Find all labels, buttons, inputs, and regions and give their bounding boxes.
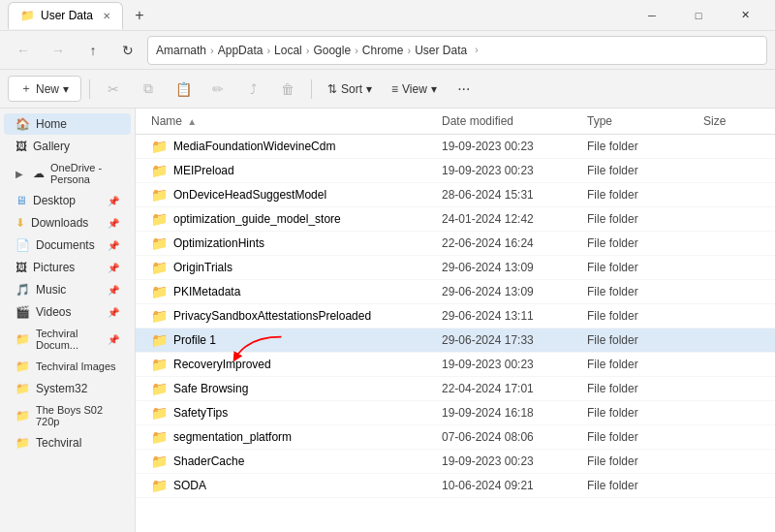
new-tab-button[interactable]: + xyxy=(127,3,152,28)
view-button[interactable]: ≡ View ▾ xyxy=(384,78,445,100)
table-row[interactable]: 📁 optimization_guide_model_store 24-01-2… xyxy=(136,207,775,232)
tab-folder-icon: 📁 xyxy=(20,9,35,22)
music-pin-icon: 📌 xyxy=(108,285,119,296)
breadcrumb-google[interactable]: Google xyxy=(313,44,351,57)
maximize-button[interactable]: □ xyxy=(676,0,721,31)
file-name: SafetyTips xyxy=(173,406,228,420)
table-row[interactable]: 📁 SafetyTips 19-09-2024 16:18 File folde… xyxy=(136,401,775,425)
header-size[interactable]: Size xyxy=(696,112,773,130)
documents-icon: 📄 xyxy=(16,238,30,252)
file-list-header: Name ▲ Date modified Type Size xyxy=(136,109,775,135)
sidebar-item-gallery[interactable]: 🖼 Gallery xyxy=(4,136,131,157)
sidebar-the-boys-label: The Boys S02 720p xyxy=(36,404,119,427)
sidebar-techviral-images-label: Techviral Images xyxy=(36,360,116,372)
new-button[interactable]: ＋ New ▾ xyxy=(8,76,81,102)
file-name: MediaFoundationWidevineCdm xyxy=(173,140,335,153)
sidebar-item-downloads[interactable]: ⬇ Downloads 📌 xyxy=(4,212,131,234)
cut-button[interactable]: ✂ xyxy=(98,74,129,105)
table-row[interactable]: 📁 PKIMetadata 29-06-2024 13:09 File fold… xyxy=(136,280,775,304)
folder-icon: 📁 xyxy=(151,478,168,493)
refresh-button[interactable]: ↻ xyxy=(112,35,143,66)
file-type: File folder xyxy=(579,283,696,300)
sidebar-item-techviral-docum[interactable]: 📁 Techviral Docum... 📌 xyxy=(4,324,131,355)
file-size xyxy=(696,411,773,415)
table-row[interactable]: 📁 segmentation_platform 07-06-2024 08:06… xyxy=(136,425,775,450)
file-size xyxy=(696,362,773,366)
sidebar-item-home[interactable]: 🏠 Home xyxy=(4,113,131,135)
folder-icon: 📁 xyxy=(151,235,168,251)
sidebar-item-desktop[interactable]: 🖥 Desktop 📌 xyxy=(4,190,131,211)
more-options-button[interactable]: ··· xyxy=(449,74,480,105)
sidebar-item-videos[interactable]: 🎬 Videos 📌 xyxy=(4,301,131,323)
table-row[interactable]: 📁 OnDeviceHeadSuggestModel 28-06-2024 15… xyxy=(136,183,775,207)
share-button[interactable]: ⤴ xyxy=(237,74,268,105)
folder-icon: 📁 xyxy=(151,357,168,372)
file-name: PrivacySandboxAttestationsPreloaded xyxy=(173,309,371,323)
sort-label: Sort xyxy=(341,82,362,96)
table-row[interactable]: 📁 MediaFoundationWidevineCdm 19-09-2023 … xyxy=(136,135,775,159)
sidebar-item-the-boys[interactable]: 📁 The Boys S02 720p xyxy=(4,400,131,431)
breadcrumb-amarnath[interactable]: Amarnath xyxy=(156,44,206,57)
table-row[interactable]: 📁 SODA 10-06-2024 09:21 File folder xyxy=(136,474,775,498)
view-chevron-icon: ▾ xyxy=(431,82,437,96)
active-tab[interactable]: 📁 User Data ✕ xyxy=(8,2,123,29)
file-size xyxy=(696,241,773,245)
sidebar-item-pictures[interactable]: 🖼 Pictures 📌 xyxy=(4,257,131,278)
sidebar-techviral-label: Techviral xyxy=(36,436,81,450)
table-row[interactable]: 📁 PrivacySandboxAttestationsPreloaded 29… xyxy=(136,304,775,329)
table-row[interactable]: 📁 ShaderCache 19-09-2023 00:23 File fold… xyxy=(136,450,775,474)
breadcrumb-chrome[interactable]: Chrome xyxy=(362,44,404,57)
back-button[interactable]: ← xyxy=(8,35,39,66)
rename-button[interactable]: ✏ xyxy=(202,74,233,105)
breadcrumb-sep-5: › xyxy=(408,45,412,56)
home-icon: 🏠 xyxy=(16,117,30,131)
table-row[interactable]: 📁 OriginTrials 29-06-2024 13:09 File fol… xyxy=(136,256,775,280)
forward-button[interactable]: → xyxy=(43,35,74,66)
file-type: File folder xyxy=(579,186,696,203)
breadcrumb-bar[interactable]: Amarnath › AppData › Local › Google › Ch… xyxy=(147,36,767,65)
sidebar-item-system32[interactable]: 📁 System32 xyxy=(4,378,131,399)
header-type[interactable]: Type xyxy=(579,112,696,130)
sidebar-videos-label: Videos xyxy=(36,305,71,319)
file-type: File folder xyxy=(579,307,696,325)
tab-close-button[interactable]: ✕ xyxy=(103,11,110,21)
documents-pin-icon: 📌 xyxy=(108,240,119,251)
copy-button[interactable]: ⧉ xyxy=(133,74,164,105)
table-row[interactable]: 📁 MEIPreload 19-09-2023 00:23 File folde… xyxy=(136,159,775,183)
new-label: New xyxy=(36,82,59,96)
pictures-icon: 🖼 xyxy=(16,261,27,274)
sort-button[interactable]: ⇅ Sort ▾ xyxy=(320,78,380,100)
breadcrumb-sep-3: › xyxy=(306,45,310,56)
file-date: 29-06-2024 13:09 xyxy=(434,259,579,276)
table-row[interactable]: 📁 RecoveryImproved 19-09-2023 00:23 File… xyxy=(136,353,775,377)
breadcrumb-userdata[interactable]: User Data xyxy=(415,44,467,57)
file-name-cell: 📁 PKIMetadata xyxy=(143,282,434,301)
sidebar-item-music[interactable]: 🎵 Music 📌 xyxy=(4,279,131,300)
breadcrumb-appdata[interactable]: AppData xyxy=(218,44,264,57)
file-type: File folder xyxy=(579,404,696,422)
paste-button[interactable]: 📋 xyxy=(168,74,199,105)
folder-icon: 📁 xyxy=(151,405,168,421)
header-date[interactable]: Date modified xyxy=(434,112,579,130)
videos-pin-icon: 📌 xyxy=(108,307,119,318)
delete-button[interactable]: 🗑 xyxy=(272,74,303,105)
sidebar-item-onedrive[interactable]: ▶ ☁ OneDrive - Persona xyxy=(4,158,131,189)
header-name[interactable]: Name ▲ xyxy=(143,112,434,130)
breadcrumb-local[interactable]: Local xyxy=(274,44,302,57)
close-button[interactable]: ✕ xyxy=(723,0,767,31)
table-row[interactable]: 📁 Profile 1 29-06-2024 17:33 File folder xyxy=(136,329,775,353)
table-row[interactable]: 📁 OptimizationHints 22-06-2024 16:24 Fil… xyxy=(136,232,775,256)
toolbar-divider-1 xyxy=(89,79,90,99)
up-button[interactable]: ↑ xyxy=(78,35,108,66)
sidebar-item-techviral[interactable]: 📁 Techviral xyxy=(4,432,131,454)
sidebar-item-techviral-images[interactable]: 📁 Techviral Images xyxy=(4,356,131,377)
table-row[interactable]: 📁 Safe Browsing 22-04-2024 17:01 File fo… xyxy=(136,377,775,401)
sidebar-item-documents[interactable]: 📄 Documents 📌 xyxy=(4,235,131,256)
sidebar-gallery-label: Gallery xyxy=(33,140,70,153)
file-date: 28-06-2024 15:31 xyxy=(434,186,579,203)
file-name: OnDeviceHeadSuggestModel xyxy=(173,188,326,202)
file-type: File folder xyxy=(579,210,696,228)
minimize-button[interactable]: ─ xyxy=(630,0,674,31)
desktop-icon: 🖥 xyxy=(16,194,27,207)
file-name: RecoveryImproved xyxy=(173,358,271,371)
